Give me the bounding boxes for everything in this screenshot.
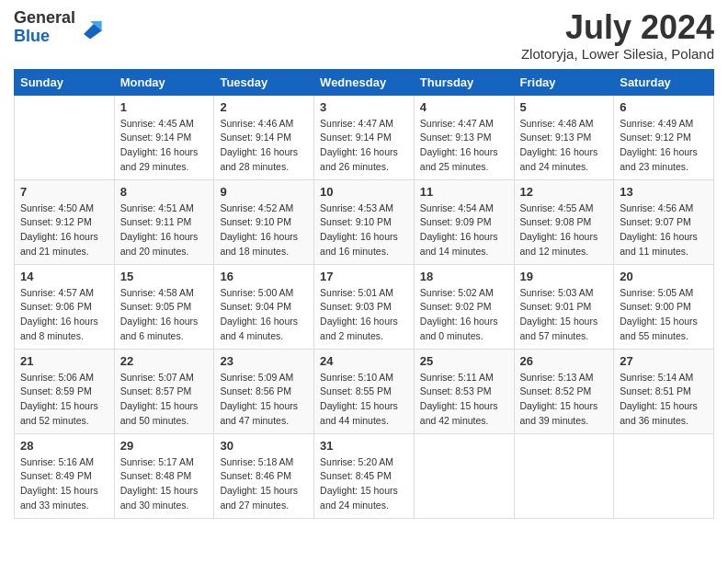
calendar-cell: 18Sunrise: 5:02 AM Sunset: 9:02 PM Dayli… [414,264,514,349]
day-info: Sunrise: 5:05 AM Sunset: 9:00 PM Dayligh… [620,286,708,344]
day-number: 13 [620,185,708,199]
col-sunday: Sunday [15,69,115,95]
calendar-cell: 4Sunrise: 4:47 AM Sunset: 9:13 PM Daylig… [414,95,514,179]
day-number: 18 [420,270,508,283]
day-number: 19 [520,270,609,283]
calendar-cell: 17Sunrise: 5:01 AM Sunset: 9:03 PM Dayli… [314,264,415,349]
calendar-cell: 7Sunrise: 4:50 AM Sunset: 9:12 PM Daylig… [15,179,115,264]
calendar-cell: 9Sunrise: 4:52 AM Sunset: 9:10 PM Daylig… [214,179,314,264]
day-info: Sunrise: 5:18 AM Sunset: 8:46 PM Dayligh… [220,455,308,513]
day-number: 8 [120,185,209,199]
day-info: Sunrise: 5:16 AM Sunset: 8:49 PM Dayligh… [20,455,108,513]
day-number: 23 [220,354,308,368]
day-number: 11 [420,185,508,199]
day-number: 28 [20,439,108,453]
calendar-cell: 30Sunrise: 5:18 AM Sunset: 8:46 PM Dayli… [214,433,314,518]
calendar-cell: 16Sunrise: 5:00 AM Sunset: 9:04 PM Dayli… [214,264,314,349]
col-friday: Friday [514,69,614,95]
day-info: Sunrise: 5:11 AM Sunset: 8:53 PM Dayligh… [420,371,508,429]
day-number: 27 [620,354,708,368]
col-monday: Monday [114,69,214,95]
day-number: 15 [120,270,209,283]
day-info: Sunrise: 5:03 AM Sunset: 9:01 PM Dayligh… [520,286,609,344]
day-info: Sunrise: 4:46 AM Sunset: 9:14 PM Dayligh… [220,117,308,175]
calendar-cell [414,433,514,518]
calendar-cell: 1Sunrise: 4:45 AM Sunset: 9:14 PM Daylig… [114,95,214,179]
calendar-cell: 26Sunrise: 5:13 AM Sunset: 8:52 PM Dayli… [514,349,614,433]
day-number: 24 [320,354,408,368]
calendar-cell: 21Sunrise: 5:06 AM Sunset: 8:59 PM Dayli… [15,349,115,433]
day-number: 1 [120,100,209,114]
calendar-cell: 22Sunrise: 5:07 AM Sunset: 8:57 PM Dayli… [114,349,214,433]
calendar-cell: 19Sunrise: 5:03 AM Sunset: 9:01 PM Dayli… [514,264,614,349]
calendar-cell: 23Sunrise: 5:09 AM Sunset: 8:56 PM Dayli… [214,349,314,433]
day-info: Sunrise: 4:51 AM Sunset: 9:11 PM Dayligh… [120,201,209,259]
day-info: Sunrise: 5:13 AM Sunset: 8:52 PM Dayligh… [520,371,609,429]
day-info: Sunrise: 5:02 AM Sunset: 9:02 PM Dayligh… [420,286,508,344]
calendar-cell: 13Sunrise: 4:56 AM Sunset: 9:07 PM Dayli… [614,179,714,264]
header-row: Sunday Monday Tuesday Wednesday Thursday… [15,69,714,95]
week-row-2: 7Sunrise: 4:50 AM Sunset: 9:12 PM Daylig… [15,179,714,264]
day-number: 4 [420,100,508,114]
calendar-cell: 14Sunrise: 4:57 AM Sunset: 9:06 PM Dayli… [15,264,115,349]
calendar-cell: 29Sunrise: 5:17 AM Sunset: 8:48 PM Dayli… [114,433,214,518]
calendar-table: Sunday Monday Tuesday Wednesday Thursday… [14,69,714,519]
day-info: Sunrise: 4:54 AM Sunset: 9:09 PM Dayligh… [420,201,508,259]
day-info: Sunrise: 4:47 AM Sunset: 9:13 PM Dayligh… [420,117,508,175]
day-info: Sunrise: 4:47 AM Sunset: 9:14 PM Dayligh… [320,117,408,175]
day-number: 16 [220,270,308,283]
calendar-cell: 2Sunrise: 4:46 AM Sunset: 9:14 PM Daylig… [214,95,314,179]
calendar-cell: 24Sunrise: 5:10 AM Sunset: 8:55 PM Dayli… [314,349,415,433]
col-thursday: Thursday [414,69,514,95]
calendar-cell: 12Sunrise: 4:55 AM Sunset: 9:08 PM Dayli… [514,179,614,264]
day-number: 30 [220,439,308,453]
calendar-cell: 15Sunrise: 4:58 AM Sunset: 9:05 PM Dayli… [114,264,214,349]
logo-icon [77,15,103,40]
day-number: 6 [620,100,708,114]
day-info: Sunrise: 5:10 AM Sunset: 8:55 PM Dayligh… [320,371,408,429]
day-info: Sunrise: 4:58 AM Sunset: 9:05 PM Dayligh… [120,286,209,344]
logo-blue-text: Blue [14,27,50,45]
day-number: 2 [220,100,308,114]
calendar-body: 1Sunrise: 4:45 AM Sunset: 9:14 PM Daylig… [15,95,714,518]
logo: General Blue [14,9,103,46]
page-container: General Blue July 2024 Zlotoryja, Lower … [0,0,728,528]
week-row-4: 21Sunrise: 5:06 AM Sunset: 8:59 PM Dayli… [15,349,714,433]
day-number: 12 [520,185,609,199]
day-info: Sunrise: 5:14 AM Sunset: 8:51 PM Dayligh… [620,371,708,429]
day-info: Sunrise: 4:53 AM Sunset: 9:10 PM Dayligh… [320,201,408,259]
week-row-5: 28Sunrise: 5:16 AM Sunset: 8:49 PM Dayli… [15,433,714,518]
month-title: July 2024 [521,9,714,46]
calendar-cell: 27Sunrise: 5:14 AM Sunset: 8:51 PM Dayli… [614,349,714,433]
calendar-cell [514,433,614,518]
calendar-cell: 25Sunrise: 5:11 AM Sunset: 8:53 PM Dayli… [414,349,514,433]
day-number: 25 [420,354,508,368]
col-wednesday: Wednesday [314,69,415,95]
day-info: Sunrise: 5:07 AM Sunset: 8:57 PM Dayligh… [120,371,209,429]
calendar-cell [614,433,714,518]
day-number: 26 [520,354,609,368]
day-number: 29 [120,439,209,453]
week-row-3: 14Sunrise: 4:57 AM Sunset: 9:06 PM Dayli… [15,264,714,349]
calendar-cell: 8Sunrise: 4:51 AM Sunset: 9:11 PM Daylig… [114,179,214,264]
day-info: Sunrise: 4:48 AM Sunset: 9:13 PM Dayligh… [520,117,609,175]
day-number: 5 [520,100,609,114]
day-number: 7 [20,185,108,199]
day-info: Sunrise: 4:52 AM Sunset: 9:10 PM Dayligh… [220,201,308,259]
day-info: Sunrise: 4:56 AM Sunset: 9:07 PM Dayligh… [620,201,708,259]
day-info: Sunrise: 5:09 AM Sunset: 8:56 PM Dayligh… [220,371,308,429]
calendar-cell: 11Sunrise: 4:54 AM Sunset: 9:09 PM Dayli… [414,179,514,264]
day-number: 31 [320,439,408,453]
day-info: Sunrise: 5:01 AM Sunset: 9:03 PM Dayligh… [320,286,408,344]
calendar-cell: 3Sunrise: 4:47 AM Sunset: 9:14 PM Daylig… [314,95,415,179]
day-info: Sunrise: 4:45 AM Sunset: 9:14 PM Dayligh… [120,117,209,175]
location: Zlotoryja, Lower Silesia, Poland [521,46,714,62]
day-number: 17 [320,270,408,283]
day-number: 21 [20,354,108,368]
calendar-cell: 31Sunrise: 5:20 AM Sunset: 8:45 PM Dayli… [314,433,415,518]
calendar-cell [15,95,115,179]
day-info: Sunrise: 4:55 AM Sunset: 9:08 PM Dayligh… [520,201,609,259]
day-info: Sunrise: 5:17 AM Sunset: 8:48 PM Dayligh… [120,455,209,513]
calendar-cell: 5Sunrise: 4:48 AM Sunset: 9:13 PM Daylig… [514,95,614,179]
calendar-cell: 6Sunrise: 4:49 AM Sunset: 9:12 PM Daylig… [614,95,714,179]
